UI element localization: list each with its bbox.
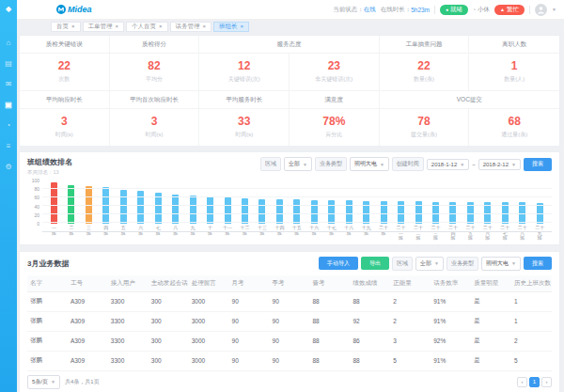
kpi-cell: 3时间(s) xyxy=(110,109,200,146)
bar-十二班[interactable] xyxy=(242,198,248,224)
table-cell: 3300 xyxy=(108,311,149,331)
bar-八班[interactable] xyxy=(172,195,179,224)
user-avatar[interactable] xyxy=(535,4,547,16)
bar-九班[interactable] xyxy=(190,196,196,224)
bar-column: 十七班 xyxy=(325,180,337,242)
bar-十三班[interactable] xyxy=(258,199,265,224)
workorders-icon[interactable]: ▤ xyxy=(5,59,12,68)
kpi-value: 1 xyxy=(469,59,559,72)
tab-个人首页[interactable]: 个人首页× xyxy=(126,22,168,32)
column-header: 晋考 xyxy=(309,275,350,292)
table-biz-type-select[interactable]: 照明大电▼ xyxy=(481,257,521,271)
close-icon[interactable]: × xyxy=(241,24,244,29)
page-1-button[interactable]: 1 xyxy=(529,377,540,387)
table-cell: 张鹏 xyxy=(27,291,68,311)
tab-话务管理[interactable]: 话务管理× xyxy=(170,22,212,32)
bar-五班[interactable] xyxy=(120,190,127,224)
home-icon[interactable]: ⌂ xyxy=(7,39,11,47)
table-cell: 91% xyxy=(431,311,471,331)
team-icon[interactable]: ≡ xyxy=(7,142,11,150)
midea-logo-icon xyxy=(56,5,66,14)
manual-import-button[interactable]: 手动导入 xyxy=(319,257,358,270)
chevron-down-icon: ▼ xyxy=(303,162,307,167)
kpi-row: 平均响应时长平均首次响应时长平均服务时长满意度VOC提交3时间(s)3时间(s)… xyxy=(20,90,559,146)
column-header: 正能量 xyxy=(390,275,431,292)
reports-icon[interactable]: ◔ xyxy=(7,121,11,130)
tab-首页[interactable]: 首页× xyxy=(51,22,81,32)
close-icon[interactable]: × xyxy=(116,24,119,29)
tab-班组长[interactable]: 班组长× xyxy=(213,22,249,32)
biz-type-select[interactable]: 照明大电▼ xyxy=(350,157,389,171)
bar-十六班[interactable] xyxy=(311,200,318,224)
bar-七班[interactable] xyxy=(155,193,162,224)
divider xyxy=(434,6,435,14)
table-cell: 是 xyxy=(471,331,511,351)
table-row[interactable]: 张鹏A3093300300300090908886392%是2 xyxy=(27,331,552,351)
close-icon[interactable]: × xyxy=(159,24,163,29)
close-icon[interactable]: × xyxy=(203,24,207,29)
date-to-select[interactable]: 2018-2-12▼ xyxy=(478,159,521,170)
kpi-value: 3 xyxy=(20,115,109,128)
next-page-button[interactable]: › xyxy=(541,377,552,387)
tab-工单管理[interactable]: 工单管理× xyxy=(83,22,125,32)
prev-page-button[interactable]: ‹ xyxy=(517,377,527,387)
table-row[interactable]: 张鹏A3093300300300090908888291%是1 xyxy=(27,291,552,311)
chevron-down-icon[interactable]: ▼ xyxy=(552,7,556,12)
table-row[interactable]: 张鹏A3093300300300090908892291%是1 xyxy=(27,311,552,331)
bar-chart: 020406080100 一班二班三班四班五班六班七班八班九班十班十一班十二班十… xyxy=(27,180,552,242)
bar-十班[interactable] xyxy=(207,196,213,224)
bar-十八班[interactable] xyxy=(346,200,352,224)
chevron-down-icon: ▼ xyxy=(511,260,516,266)
gridline xyxy=(42,231,552,232)
kpi-value: 78 xyxy=(380,115,469,128)
kpi-value: 33 xyxy=(199,115,289,128)
busy-button[interactable]: ▲繁忙 xyxy=(494,5,525,15)
dashboard-icon[interactable]: ▣ xyxy=(5,101,12,109)
kpi-title: 平均服务时长 xyxy=(199,91,290,109)
bar-column: 二十一班 xyxy=(395,180,407,242)
table-title: 3月业务数据 xyxy=(27,259,69,269)
close-icon[interactable]: × xyxy=(71,24,75,29)
settings-icon[interactable]: ⚙ xyxy=(5,163,11,171)
kpi-cell: 23非关键错误(次) xyxy=(290,54,380,90)
bar-十四班[interactable] xyxy=(276,199,283,224)
bar-十一班[interactable] xyxy=(225,197,231,224)
table-cell: 1 xyxy=(511,311,552,331)
table-region-select[interactable]: 全部▼ xyxy=(415,257,444,271)
table-cell: A309 xyxy=(68,331,108,351)
table-cell: 2 xyxy=(390,311,431,331)
break-button[interactable]: ◔小休 xyxy=(473,6,490,14)
bar-column: 十班 xyxy=(204,180,216,242)
table-row[interactable]: 张鹏A3093300300300090908888591%是5 xyxy=(27,351,552,370)
ready-button[interactable]: ●就绪 xyxy=(440,5,468,15)
kpi-cell: 68通过量(条) xyxy=(469,109,559,146)
table-cell: 2 xyxy=(511,331,552,351)
region-filter-label: 区域 xyxy=(260,157,281,171)
table-cell: 88 xyxy=(350,351,390,370)
gridline xyxy=(42,205,552,206)
bar-column: 十五班 xyxy=(290,180,303,242)
table-search-button[interactable]: 搜索 xyxy=(524,257,552,270)
bar-column: 十九班 xyxy=(360,180,372,242)
kpi-row: 质检关键错误质检得分服务态度工单抽查问题离职人数22次数82平均分12关键错误(… xyxy=(20,36,559,90)
divider xyxy=(529,6,530,14)
y-axis-tick: 20 xyxy=(34,212,39,217)
status-label: 当前状态： xyxy=(333,6,364,14)
bar-column: 六班 xyxy=(134,180,147,242)
messages-icon[interactable]: ✉ xyxy=(6,80,12,88)
biz-type-filter-label: 业务类型 xyxy=(315,157,347,171)
ranking-search-button[interactable]: 搜索 xyxy=(524,158,552,171)
bar-column: 十二班 xyxy=(239,180,251,242)
page-size-select[interactable]: 5条/页▼ xyxy=(27,375,60,389)
ranking-filters: 区域 全部▼ 业务类型 照明大电▼ 创建时间 2018-1-12▼ ~ 2018… xyxy=(260,157,552,171)
date-from-select[interactable]: 2018-1-12▼ xyxy=(427,159,469,170)
export-button[interactable]: 导出 xyxy=(361,257,389,270)
x-axis-label: 二十八班 xyxy=(516,226,528,242)
bar-十七班[interactable] xyxy=(328,200,335,224)
duration-label: 在线时长： xyxy=(381,6,412,14)
bar-十五班[interactable] xyxy=(293,199,300,224)
table-cell: 92 xyxy=(350,311,390,331)
column-header: 月考 xyxy=(229,275,270,292)
region-select[interactable]: 全部▼ xyxy=(284,157,312,171)
bar-一班[interactable] xyxy=(51,182,57,224)
